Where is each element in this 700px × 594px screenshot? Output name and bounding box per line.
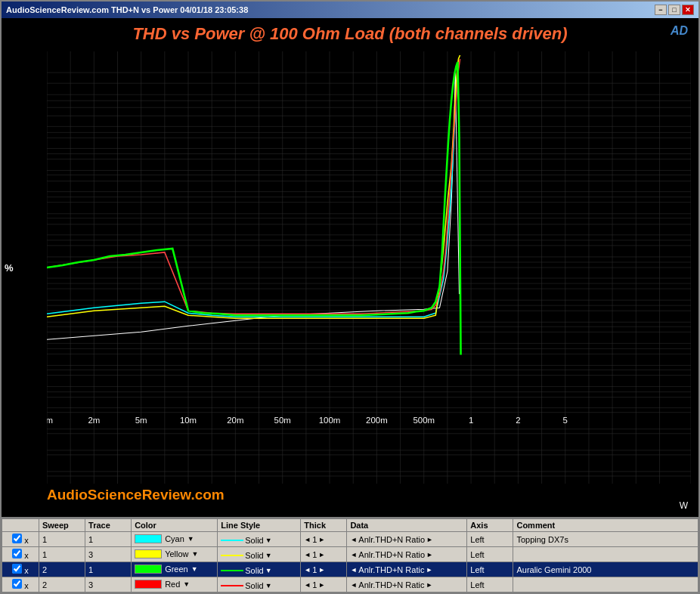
legend-linestyle[interactable]: Solid ▼: [218, 577, 301, 592]
svg-text:200m: 200m: [366, 416, 388, 425]
window-controls: − □ ✕: [655, 5, 694, 15]
svg-text:1: 1: [469, 416, 473, 425]
col-header-color: Color: [132, 519, 218, 532]
col-header-sweep: [2, 519, 39, 532]
legend-data[interactable]: ◄Anlr.THD+N Ratio►: [347, 532, 467, 547]
legend-sweep: 1: [39, 532, 85, 547]
titlebar: AudioScienceReview.com THD+N vs Power 04…: [2, 2, 698, 18]
minimize-button[interactable]: −: [655, 5, 667, 15]
chart-svg: 10 5 2 1 0.5 0.2 0.1 0.05 0.02 0.01 0.00…: [47, 51, 691, 484]
legend-axis: Left: [467, 532, 513, 547]
col-header-linestyle: Line Style: [218, 519, 301, 532]
legend-checkbox[interactable]: x: [2, 577, 39, 592]
svg-text:100m: 100m: [319, 416, 341, 425]
legend-trace: 1: [85, 562, 132, 577]
content-area: THD vs Power @ 100 Ohm Load (both channe…: [2, 18, 698, 592]
legend-color[interactable]: Yellow ▼: [132, 547, 218, 562]
col-header-trace: Trace: [85, 519, 132, 532]
legend-axis: Left: [467, 562, 513, 577]
svg-text:5m: 5m: [135, 416, 147, 425]
legend-comment: [513, 547, 698, 562]
svg-text:2m: 2m: [88, 416, 100, 425]
legend-linestyle[interactable]: Solid ▼: [218, 532, 301, 547]
legend-row[interactable]: x 1 1 Cyan ▼ Solid ▼ ◄1► ◄Anlr.THD+N: [2, 532, 698, 547]
legend-data[interactable]: ◄Anlr.THD+N Ratic►: [347, 562, 467, 577]
legend-sweep: 1: [39, 547, 85, 562]
legend-color[interactable]: Red ▼: [132, 577, 218, 592]
legend-row[interactable]: x 1 3 Yellow ▼ Solid ▼ ◄1► ◄Anlr.THD+: [2, 547, 698, 562]
y-axis-label: %: [5, 262, 14, 274]
svg-text:2: 2: [516, 416, 520, 425]
chart-title: THD vs Power @ 100 Ohm Load (both channe…: [2, 24, 698, 44]
svg-text:20m: 20m: [227, 416, 243, 425]
svg-text:500m: 500m: [413, 416, 435, 425]
svg-text:50m: 50m: [274, 416, 291, 425]
x-axis-label: W: [680, 500, 688, 511]
legend-row[interactable]: x 2 1 Green ▼ Solid ▼ ◄1► ◄Anlr.THD+N: [2, 562, 698, 577]
legend-checkbox[interactable]: x: [2, 532, 39, 547]
legend-color[interactable]: Green ▼: [132, 562, 218, 577]
brand-label: AudioScienceReview.com: [47, 487, 225, 503]
legend-sweep: 2: [39, 577, 85, 592]
col-header-data: Data: [347, 519, 467, 532]
legend-color[interactable]: Cyan ▼: [132, 532, 218, 547]
legend-thick[interactable]: ◄1►: [301, 547, 347, 562]
close-button[interactable]: ✕: [682, 5, 694, 15]
legend-thick[interactable]: ◄1►: [301, 562, 347, 577]
legend-data[interactable]: ◄Anlr.THD+N Ratio►: [347, 547, 467, 562]
legend-thick[interactable]: ◄1►: [301, 532, 347, 547]
legend-table: Sweep Trace Color Line Style Thick Data …: [2, 517, 698, 592]
maximize-button[interactable]: □: [668, 5, 680, 15]
svg-text:1m: 1m: [47, 416, 53, 425]
legend-comment: Auralic Gemini 2000: [513, 562, 698, 577]
window-title: AudioScienceReview.com THD+N vs Power 04…: [6, 5, 248, 14]
legend-trace: 3: [85, 577, 132, 592]
legend-linestyle[interactable]: Solid ▼: [218, 562, 301, 577]
svg-text:10m: 10m: [180, 416, 197, 425]
col-header-thick: Thick: [301, 519, 347, 532]
legend-axis: Left: [467, 577, 513, 592]
legend-linestyle[interactable]: Solid ▼: [218, 547, 301, 562]
svg-text:5: 5: [563, 416, 568, 425]
legend-trace: 1: [85, 532, 132, 547]
legend-data[interactable]: ◄Anlr.THD+N Ratic►: [347, 577, 467, 592]
col-header-comment: Comment: [513, 519, 698, 532]
col-header-sweep-num: Sweep: [39, 519, 85, 532]
legend-axis: Left: [467, 547, 513, 562]
chart-area: THD vs Power @ 100 Ohm Load (both channe…: [2, 18, 698, 517]
legend-sweep: 2: [39, 562, 85, 577]
legend-thick[interactable]: ◄1►: [301, 577, 347, 592]
main-window: AudioScienceReview.com THD+N vs Power 04…: [0, 0, 700, 594]
legend-row[interactable]: x 2 3 Red ▼ Solid ▼ ◄1► ◄Anlr.THD+N R: [2, 577, 698, 592]
legend-trace: 3: [85, 547, 132, 562]
legend-comment: [513, 577, 698, 592]
ad-logo: AD: [671, 24, 688, 38]
col-header-axis: Axis: [467, 519, 513, 532]
legend-checkbox[interactable]: x: [2, 562, 39, 577]
legend-checkbox[interactable]: x: [2, 547, 39, 562]
legend-comment: Topping DX7s: [513, 532, 698, 547]
